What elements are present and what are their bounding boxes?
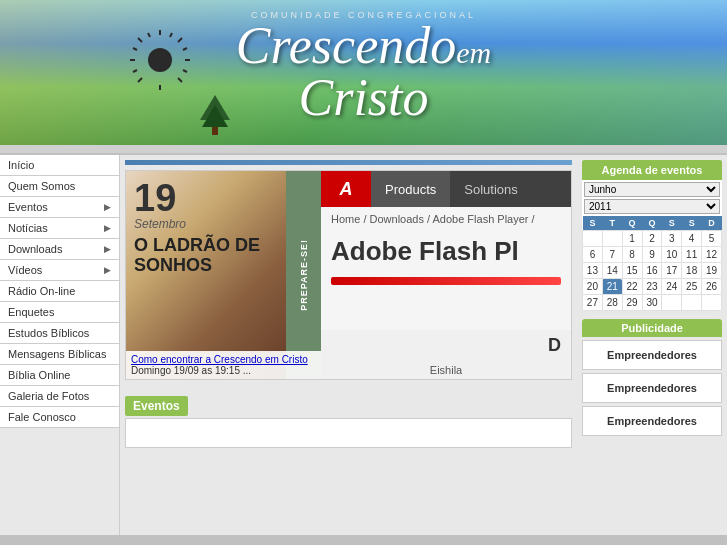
svg-line-7 xyxy=(138,78,142,82)
pub-item-2[interactable]: Empreendedores xyxy=(582,373,722,403)
sidebar: Início Quem Somos Eventos ▶ Notícias ▶ D… xyxy=(0,155,120,535)
top-bar xyxy=(125,160,572,165)
chevron-right-icon: ▶ xyxy=(104,244,111,254)
sidebar-label-enquetes: Enquetes xyxy=(8,306,54,318)
scrollbar[interactable] xyxy=(0,145,727,153)
sidebar-label-radio: Rádio On-line xyxy=(8,285,75,297)
adobe-nav-items: Products Solutions xyxy=(371,171,571,207)
sidebar-item-biblia[interactable]: Bíblia Online xyxy=(0,365,119,386)
sidebar-item-videos[interactable]: Vídeos ▶ xyxy=(0,260,119,281)
sidebar-label-quem-somos: Quem Somos xyxy=(8,180,75,192)
adobe-breadcrumb: Home / Downloads / Adobe Flash Player / xyxy=(321,207,571,231)
calendar-table: S T Q Q S S D 1 2 3 xyxy=(582,216,722,311)
main-content-box: 19 Setembro O LADRÃO DE SONHOS PREPARE-S… xyxy=(125,170,572,380)
movie-poster-panel: 19 Setembro O LADRÃO DE SONHOS PREPARE-S… xyxy=(126,171,321,379)
agenda-title: Agenda de eventos xyxy=(582,160,722,180)
cal-header-s3: S xyxy=(682,216,702,231)
adobe-panel: A Products Solutions Home / Downloads / … xyxy=(321,171,571,379)
sidebar-label-fale: Fale Conosco xyxy=(8,411,76,423)
cal-week-1: 1 2 3 4 5 xyxy=(583,231,722,247)
eishila-label: Eishila xyxy=(321,361,571,379)
svg-line-5 xyxy=(138,38,142,42)
cal-header-s1: S xyxy=(583,216,603,231)
chevron-right-icon: ▶ xyxy=(104,223,111,233)
svg-line-12 xyxy=(133,70,137,72)
cal-week-3: 13 14 15 16 17 18 19 xyxy=(583,263,722,279)
adobe-logo[interactable]: A xyxy=(321,171,371,207)
sidebar-label-estudos: Estudos Bíblicos xyxy=(8,327,89,339)
svg-point-0 xyxy=(148,48,172,72)
content-area: 19 Setembro O LADRÃO DE SONHOS PREPARE-S… xyxy=(120,155,577,535)
svg-line-11 xyxy=(133,48,137,50)
main-wrapper: Início Quem Somos Eventos ▶ Notícias ▶ D… xyxy=(0,155,727,535)
sidebar-item-downloads[interactable]: Downloads ▶ xyxy=(0,239,119,260)
publicidade-title: Publicidade xyxy=(582,319,722,337)
pub-item-3[interactable]: Empreendedores xyxy=(582,406,722,436)
adobe-nav-solutions[interactable]: Solutions xyxy=(450,171,531,207)
tree-icon xyxy=(200,95,230,135)
cal-week-2: 6 7 8 9 10 11 12 xyxy=(583,247,722,263)
adobe-navbar: A Products Solutions xyxy=(321,171,571,207)
eventos-content xyxy=(125,418,572,448)
caption-title[interactable]: Como encontrar a Crescendo em Cristo xyxy=(131,354,316,365)
cal-header-s2: S xyxy=(662,216,682,231)
prepare-text: PREPARE-SE! xyxy=(299,239,309,311)
sidebar-item-eventos[interactable]: Eventos ▶ xyxy=(0,197,119,218)
eventos-section: Eventos xyxy=(125,388,572,448)
sidebar-item-radio[interactable]: Rádio On-line xyxy=(0,281,119,302)
eventos-label: Eventos xyxy=(125,396,188,416)
svg-line-9 xyxy=(148,33,150,37)
adobe-progress-bar xyxy=(331,277,561,285)
cal-header-d: D xyxy=(702,216,722,231)
header-logo: Crescendoem Cristo xyxy=(182,20,546,124)
cal-week-5: 27 28 29 30 xyxy=(583,295,722,311)
year-select[interactable]: 2011 xyxy=(584,199,720,214)
month-select[interactable]: Junho xyxy=(584,182,720,197)
sidebar-label-eventos: Eventos xyxy=(8,201,48,213)
sidebar-label-mensagens: Mensagens Bíblicas xyxy=(8,348,106,360)
header: COMUNIDADE CONGREGACIONAL Crescendoem Cr… xyxy=(0,0,727,145)
caption-time: Domingo 19/09 as 19:15 ... xyxy=(131,365,316,376)
sidebar-label-downloads: Downloads xyxy=(8,243,62,255)
prepare-banner: PREPARE-SE! xyxy=(286,171,321,379)
svg-rect-17 xyxy=(212,127,218,135)
sidebar-label-noticias: Notícias xyxy=(8,222,48,234)
publicidade-box: Publicidade Empreendedores Empreendedore… xyxy=(582,319,722,436)
adobe-nav-products[interactable]: Products xyxy=(371,171,450,207)
caption-box: Como encontrar a Crescendo em Cristo Dom… xyxy=(126,351,321,379)
sidebar-label-biblia: Bíblia Online xyxy=(8,369,70,381)
sidebar-item-quem-somos[interactable]: Quem Somos xyxy=(0,176,119,197)
sidebar-item-mensagens[interactable]: Mensagens Bíblicas xyxy=(0,344,119,365)
adobe-title: Adobe Flash Pl xyxy=(321,231,571,272)
cal-week-4: 20 21 22 23 24 25 26 xyxy=(583,279,722,295)
svg-line-10 xyxy=(170,33,172,37)
chevron-right-icon: ▶ xyxy=(104,265,111,275)
cal-header-q2: Q xyxy=(642,216,662,231)
adobe-d-label: D xyxy=(548,335,561,356)
adobe-bottom-bar: D xyxy=(321,330,571,361)
cal-header-t: T xyxy=(602,216,622,231)
cal-header-q1: Q xyxy=(622,216,642,231)
pub-item-1[interactable]: Empreendedores xyxy=(582,340,722,370)
right-sidebar: Agenda de eventos Junho 2011 S T Q Q S xyxy=(577,155,727,535)
sidebar-item-inicio[interactable]: Início xyxy=(0,155,119,176)
sidebar-item-estudos[interactable]: Estudos Bíblicos xyxy=(0,323,119,344)
sidebar-label-videos: Vídeos xyxy=(8,264,42,276)
sidebar-item-enquetes[interactable]: Enquetes xyxy=(0,302,119,323)
agenda-box: Agenda de eventos Junho 2011 S T Q Q S xyxy=(582,160,722,311)
sidebar-label-inicio: Início xyxy=(8,159,34,171)
sidebar-label-galeria: Galeria de Fotos xyxy=(8,390,89,402)
header-text: COMUNIDADE CONGREGACIONAL Crescendoem Cr… xyxy=(182,10,546,124)
sidebar-item-noticias[interactable]: Notícias ▶ xyxy=(0,218,119,239)
chevron-right-icon: ▶ xyxy=(104,202,111,212)
sidebar-item-fale[interactable]: Fale Conosco xyxy=(0,407,119,428)
sidebar-item-galeria[interactable]: Galeria de Fotos xyxy=(0,386,119,407)
